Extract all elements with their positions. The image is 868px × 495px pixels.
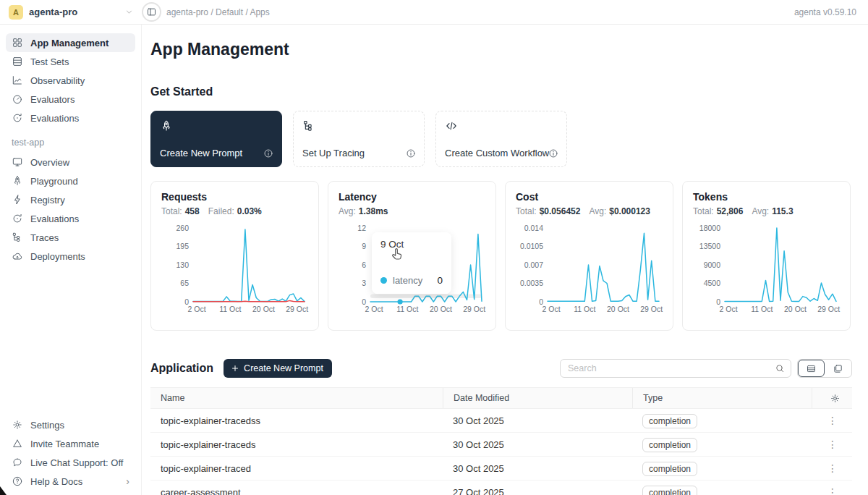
chart-stat: Avg:$0.000123 [589,206,650,216]
app-name-cell[interactable]: career-assessment [150,487,443,495]
table-row-topic-explainer-traceds[interactable]: topic-explainer-traceds30 Oct 2025comple… [150,433,852,457]
tooltip-series-label: latency [393,275,422,286]
application-heading: Application [150,362,213,375]
sidebar-item-overview[interactable]: Overview [6,153,135,172]
row-menu-button[interactable]: ⋮ [825,486,841,495]
row-menu-button[interactable]: ⋮ [825,415,841,426]
chart-title: Tokens [693,191,840,203]
gauge-icon [12,93,23,105]
search-input[interactable] [566,363,775,374]
create-new-prompt-button[interactable]: Create New Prompt [224,359,332,378]
app-name-cell[interactable]: topic-explainer-traceds [150,439,443,450]
workspace-selector[interactable]: A agenta-pro [0,5,142,20]
svg-text:2 Oct: 2 Oct [188,305,206,313]
chart-card-tokens: TokensTotal:52,806Avg:115.30450090001350… [682,181,851,331]
chart-stat: Avg:1.38ms [339,206,388,216]
chart-title: Cost [516,191,663,203]
table-settings-gear-icon[interactable] [830,393,841,404]
sidebar-item-label: Evaluators [30,94,75,105]
trace-icon [12,232,23,243]
rocket-icon [12,175,23,187]
sidebar-item-traces[interactable]: Traces [6,228,135,247]
sidebar-item-evaluators[interactable]: Evaluators [6,90,135,109]
card-view-icon [833,363,843,374]
type-badge: completion [642,438,697,452]
row-menu-button[interactable]: ⋮ [825,439,841,450]
app-name-cell[interactable]: topic-explainer-tracedss [150,415,443,426]
app-version: agenta v0.59.10 [794,7,856,17]
chart-line-icon [12,75,23,86]
search-box[interactable] [560,359,791,378]
type-cell: completion [632,463,812,474]
chart-plot[interactable]: 04500900013500180002 Oct11 Oct20 Oct29 O… [693,224,841,316]
page-title: App Management [150,40,852,59]
svg-text:20 Oct: 20 Oct [784,305,807,313]
column-header-date-modified[interactable]: Date Modified [443,388,632,408]
sidebar-item-invite-teammate[interactable]: Invite Teammate [6,434,135,453]
info-icon[interactable] [406,148,416,158]
top-bar: A agenta-pro agenta-pro / Default / Apps… [0,0,868,25]
chevron-down-icon [125,8,133,16]
set-up-tracing-card[interactable]: Set Up Tracing [293,111,425,167]
table-icon [12,56,23,67]
search-icon[interactable] [775,363,785,373]
chart-card-requests: RequestsTotal:458Failed:0.03%06513019526… [150,181,319,331]
sidebar-item-registry[interactable]: Registry [6,190,135,209]
create-custom-workflow-card[interactable]: Create Custom Workflow [435,111,567,167]
row-menu-button[interactable]: ⋮ [825,462,841,474]
sidebar-item-help-docs[interactable]: Help & Docs› [6,472,135,491]
workspace-avatar: A [9,5,23,20]
table-row-topic-explainer-tracedss[interactable]: topic-explainer-tracedss30 Oct 2025compl… [150,409,852,433]
table-header: Name Date Modified Type [150,387,852,409]
sidebar-item-label: Deployments [30,251,85,262]
info-icon[interactable] [548,148,558,158]
sidebar-item-deployments[interactable]: Deployments [6,247,135,266]
svg-text:20 Oct: 20 Oct [607,305,629,313]
sidebar-item-playground[interactable]: Playground [6,172,135,190]
sidebar-item-settings[interactable]: Settings [6,415,135,434]
chart-stat: Avg:115.3 [752,206,793,216]
svg-text:0.0035: 0.0035 [520,279,543,287]
row-actions: ⋮ [812,439,852,450]
table-row-career-assessment[interactable]: career-assessment27 Oct 2025completion⋮ [150,481,852,495]
svg-text:29 Oct: 29 Oct [463,305,485,313]
get-started-heading: Get Started [150,85,852,98]
chevron-right-icon: › [126,476,129,486]
chart-title: Latency [339,191,485,203]
svg-text:2 Oct: 2 Oct [720,305,738,313]
chart-stats: Total:458Failed:0.03% [161,206,308,216]
row-actions: ⋮ [812,462,852,474]
sidebar-item-evaluations[interactable]: Evaluations [6,209,135,228]
table-view-icon [806,363,817,374]
app-name-cell[interactable]: topic-explainer-traced [150,463,443,474]
column-header-type[interactable]: Type [632,388,812,408]
refresh-icon [12,213,23,224]
svg-text:6: 6 [362,261,366,269]
bolt-icon [12,194,23,206]
sidebar-item-evaluations[interactable]: Evaluations [6,109,135,127]
card-view-button[interactable] [825,360,851,377]
plus-icon [231,364,239,373]
sidebar-item-label: Evaluations [30,213,79,224]
sidebar-item-live-chat-support-off[interactable]: Live Chat Support: Off [6,453,135,472]
mouse-cursor-icon [390,248,404,262]
chart-stats: Total:$0.056452Avg:$0.000123 [516,206,663,216]
series-dot-icon [380,277,387,284]
table-view-button[interactable] [798,360,825,377]
sidebar-item-app-management[interactable]: App Management [6,33,135,52]
column-header-name[interactable]: Name [150,393,443,403]
refresh-icon [12,112,23,124]
sidebar-item-label: Registry [30,195,65,206]
chart-stat: Total:458 [161,206,200,216]
info-icon[interactable] [263,148,273,158]
table-row-topic-explainer-traced[interactable]: topic-explainer-traced30 Oct 2025complet… [150,457,852,481]
chart-plot[interactable]: 00.00350.0070.01050.0142 Oct11 Oct20 Oct… [516,224,664,316]
sidebar-item-test-sets[interactable]: Test Sets [6,52,135,71]
sidebar-item-label: Help & Docs [30,476,82,487]
create-new-prompt-card[interactable]: Create New Prompt [150,111,282,167]
chart-plot[interactable]: 0651301952602 Oct11 Oct20 Oct29 Oct [161,224,310,316]
sidebar-item-observability[interactable]: Observability [6,71,135,90]
sidebar-collapse-button[interactable] [142,2,161,22]
sidebar-item-label: Settings [30,420,64,431]
svg-text:0.0105: 0.0105 [520,242,543,250]
